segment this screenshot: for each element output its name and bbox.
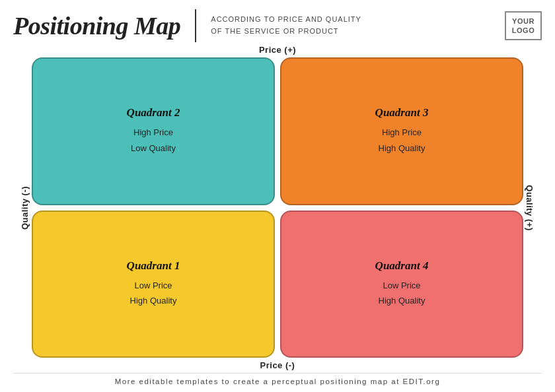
quadrant-2-line2: Low Quality bbox=[131, 141, 176, 156]
quality-minus-label: Quality (-) bbox=[20, 185, 30, 229]
main-area: Quality (-) Quadrant 2 High Price Low Qu… bbox=[0, 57, 555, 358]
quadrant-2: Quadrant 2 High Price Low Quality bbox=[32, 57, 275, 205]
header: Positioning Map ACCORDING TO PRICE AND Q… bbox=[0, 0, 555, 45]
quadrant-1-title: Quadrant 1 bbox=[127, 259, 180, 273]
quadrant-4-line1: Low Price bbox=[383, 278, 420, 293]
quadrant-4-line2: High Quality bbox=[379, 293, 426, 308]
price-plus-label: Price (+) bbox=[0, 45, 555, 55]
quadrant-3-line2: High Quality bbox=[379, 141, 426, 156]
logo-box: YOURLOGO bbox=[505, 11, 542, 40]
header-divider bbox=[195, 9, 196, 42]
quadrant-3-line1: High Price bbox=[382, 125, 422, 140]
quadrant-4-title: Quadrant 4 bbox=[375, 259, 429, 273]
footer: More editable templates to create a perc… bbox=[13, 373, 542, 392]
quadrant-1-line1: Low Price bbox=[134, 278, 172, 293]
page-title: Positioning Map bbox=[13, 11, 180, 40]
quadrant-1: Quadrant 1 Low Price High Quality bbox=[32, 211, 275, 358]
quadrant-4: Quadrant 4 Low Price High Quality bbox=[280, 211, 523, 358]
quadrant-3-title: Quadrant 3 bbox=[375, 106, 429, 119]
price-minus-label: Price (-) bbox=[0, 360, 555, 370]
quadrant-3: Quadrant 3 High Price High Quality bbox=[280, 57, 523, 205]
header-subtitle: ACCORDING TO PRICE AND QUALITY OF THE SE… bbox=[211, 14, 361, 37]
quadrant-2-line1: High Price bbox=[133, 125, 173, 140]
quadrant-2-title: Quadrant 2 bbox=[127, 106, 180, 119]
quadrants-grid: Quadrant 2 High Price Low Quality Quadra… bbox=[20, 57, 535, 358]
page-container: Positioning Map ACCORDING TO PRICE AND Q… bbox=[0, 0, 555, 392]
quadrant-1-line2: High Quality bbox=[130, 293, 177, 308]
quality-plus-label: Quality (+) bbox=[525, 185, 535, 230]
